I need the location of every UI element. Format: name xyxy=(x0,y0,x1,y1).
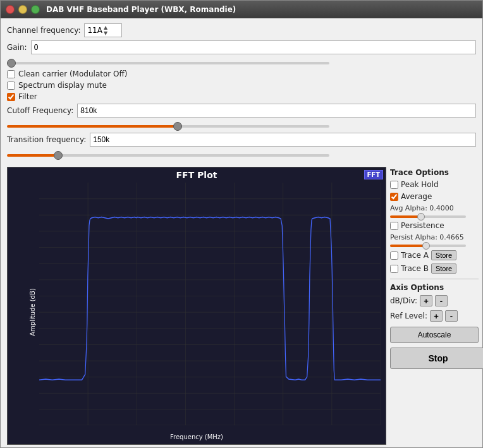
peak-hold-checkbox[interactable] xyxy=(390,181,398,189)
gain-row: Gain: xyxy=(7,40,476,54)
trace-a-store-button[interactable]: Store xyxy=(431,250,456,260)
main-window: DAB VHF Baseband Player (WBX, Romandie) … xyxy=(0,0,483,448)
peak-hold-row: Peak Hold xyxy=(390,180,479,189)
gain-label: Gain: xyxy=(7,43,27,52)
transition-freq-input[interactable] xyxy=(90,133,476,147)
fft-plot-title: FFT Plot xyxy=(8,167,386,180)
db-div-plus-button[interactable]: + xyxy=(420,295,432,306)
gain-input[interactable] xyxy=(31,40,476,54)
ref-level-minus-button[interactable]: - xyxy=(445,310,458,322)
trace-options-title: Trace Options xyxy=(390,168,479,177)
peak-hold-label: Peak Hold xyxy=(401,180,439,189)
avg-alpha-slider[interactable] xyxy=(390,215,466,218)
spinbox-arrows[interactable]: ▲▼ xyxy=(104,25,107,36)
average-label: Average xyxy=(401,192,432,201)
db-div-row: dB/Div: + - xyxy=(390,295,479,306)
db-div-label: dB/Div: xyxy=(390,296,417,305)
divider-1 xyxy=(390,279,479,279)
cutoff-slider[interactable] xyxy=(7,125,329,128)
trace-b-checkbox[interactable] xyxy=(390,265,398,273)
filter-checkbox[interactable] xyxy=(7,93,15,101)
cutoff-freq-row: Cutoff Frequency: xyxy=(7,104,476,118)
cutoff-freq-label: Cutoff Frequency: xyxy=(7,106,73,115)
clean-carrier-row: Clean carrier (Modulator Off) xyxy=(7,70,476,78)
axis-options-title: Axis Options xyxy=(390,283,479,292)
filter-label: Filter xyxy=(18,92,37,101)
trace-b-label: Trace B xyxy=(401,264,429,273)
gain-slider[interactable] xyxy=(7,62,329,64)
fft-plot-panel: FFT Plot FFT Amplitude (dB) xyxy=(7,167,386,445)
trace-a-checkbox[interactable] xyxy=(390,251,398,260)
maximize-button[interactable] xyxy=(31,5,40,14)
channel-freq-label: Channel frequency: xyxy=(7,26,80,35)
spectrum-mute-row: Spectrum display mute xyxy=(7,81,476,90)
fft-wrapper: FFT Plot FFT Amplitude (dB) xyxy=(1,164,482,447)
spectrum-mute-label: Spectrum display mute xyxy=(18,81,107,90)
autoscale-button[interactable]: Autoscale xyxy=(390,327,479,343)
ref-level-plus-button[interactable]: + xyxy=(430,310,443,322)
transition-slider-container xyxy=(7,150,476,159)
ref-level-label: Ref Level: xyxy=(390,312,427,320)
persist-alpha-slider[interactable] xyxy=(390,245,466,247)
controls-panel: Channel frequency: 11A ▲▼ Gain: Clean ca… xyxy=(1,18,482,164)
fft-chart-area: Amplitude (dB) xyxy=(8,180,386,444)
fft-badge[interactable]: FFT xyxy=(364,170,383,179)
spectrum-mute-checkbox[interactable] xyxy=(7,82,15,90)
average-checkbox[interactable] xyxy=(390,193,398,201)
persist-alpha-slider-row xyxy=(390,245,479,247)
titlebar: DAB VHF Baseband Player (WBX, Romandie) xyxy=(1,1,482,18)
trace-b-row: Trace B Store xyxy=(390,263,479,274)
channel-freq-row: Channel frequency: 11A ▲▼ xyxy=(7,23,476,37)
filter-row: Filter xyxy=(7,92,476,101)
minimize-button[interactable] xyxy=(18,5,27,14)
persistence-label: Persistence xyxy=(401,221,444,230)
clean-carrier-checkbox[interactable] xyxy=(7,70,15,78)
cutoff-freq-input[interactable] xyxy=(77,104,476,118)
avg-alpha-label: Avg Alpha: 0.4000 xyxy=(390,204,454,212)
y-axis-label: Amplitude (dB) xyxy=(29,288,36,336)
avg-alpha-slider-row xyxy=(390,215,479,218)
transition-slider[interactable] xyxy=(7,154,329,157)
window-title: DAB VHF Baseband Player (WBX, Romandie) xyxy=(46,5,236,14)
ref-level-row: Ref Level: + - xyxy=(390,310,479,322)
persist-alpha-row: Persist Alpha: 0.4665 xyxy=(390,233,479,241)
gain-slider-container xyxy=(7,58,476,66)
avg-alpha-row: Avg Alpha: 0.4000 xyxy=(390,204,479,212)
trace-a-row: Trace A Store xyxy=(390,250,479,260)
average-row: Average xyxy=(390,192,479,201)
clean-carrier-label: Clean carrier (Modulator Off) xyxy=(18,70,127,78)
close-button[interactable] xyxy=(6,5,15,14)
fft-svg: 60 50 40 30 20 10 0 -10 -20 -30 -40 -50 … xyxy=(39,183,381,425)
x-axis-label: Frequency (MHz) xyxy=(170,433,223,440)
persistence-row: Persistence xyxy=(390,221,479,230)
db-div-minus-button[interactable]: - xyxy=(435,295,448,306)
transition-freq-label: Transition frequency: xyxy=(7,135,86,144)
trace-b-store-button[interactable]: Store xyxy=(431,263,456,274)
persist-alpha-label: Persist Alpha: 0.4665 xyxy=(390,233,464,241)
cutoff-slider-container xyxy=(7,121,476,130)
channel-freq-spinbox[interactable]: 11A ▲▼ xyxy=(84,23,122,37)
trace-a-label: Trace A xyxy=(401,251,429,260)
right-panel: Trace Options Peak Hold Average Avg Alph… xyxy=(386,164,482,447)
channel-freq-value: 11A xyxy=(87,26,102,35)
transition-freq-row: Transition frequency: xyxy=(7,133,476,147)
stop-button[interactable]: Stop xyxy=(390,348,483,369)
persistence-checkbox[interactable] xyxy=(390,222,398,230)
